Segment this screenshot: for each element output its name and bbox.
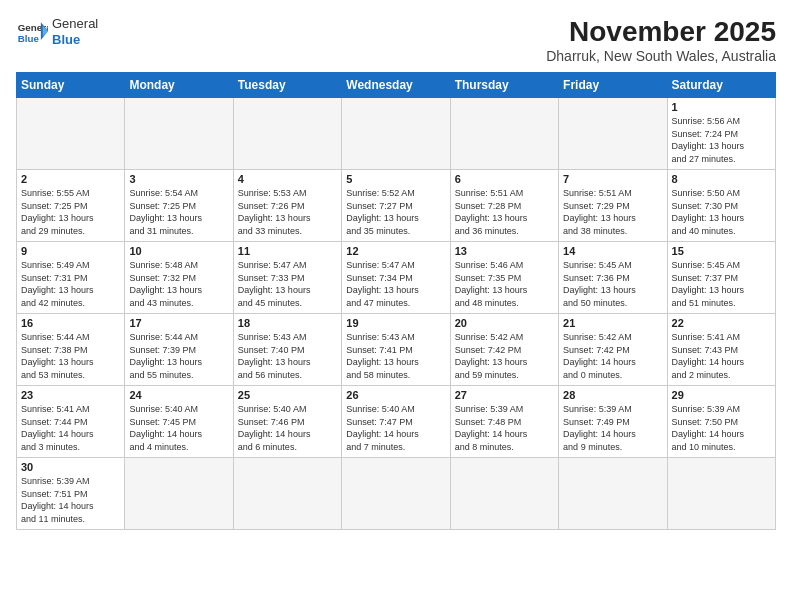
day-number: 12 xyxy=(346,245,445,257)
day-info: Sunrise: 5:51 AM Sunset: 7:28 PM Dayligh… xyxy=(455,187,554,237)
calendar-cell: 17Sunrise: 5:44 AM Sunset: 7:39 PM Dayli… xyxy=(125,314,233,386)
calendar-cell: 19Sunrise: 5:43 AM Sunset: 7:41 PM Dayli… xyxy=(342,314,450,386)
calendar-header-tuesday: Tuesday xyxy=(233,73,341,98)
day-info: Sunrise: 5:52 AM Sunset: 7:27 PM Dayligh… xyxy=(346,187,445,237)
title-section: November 2025 Dharruk, New South Wales, … xyxy=(546,16,776,64)
calendar-cell xyxy=(559,458,667,530)
calendar-cell: 4Sunrise: 5:53 AM Sunset: 7:26 PM Daylig… xyxy=(233,170,341,242)
day-number: 9 xyxy=(21,245,120,257)
calendar-header-row: SundayMondayTuesdayWednesdayThursdayFrid… xyxy=(17,73,776,98)
calendar-header-monday: Monday xyxy=(125,73,233,98)
calendar-cell: 7Sunrise: 5:51 AM Sunset: 7:29 PM Daylig… xyxy=(559,170,667,242)
day-info: Sunrise: 5:41 AM Sunset: 7:44 PM Dayligh… xyxy=(21,403,120,453)
calendar-cell: 10Sunrise: 5:48 AM Sunset: 7:32 PM Dayli… xyxy=(125,242,233,314)
calendar-cell xyxy=(667,458,775,530)
logo-general-text: General xyxy=(52,16,98,32)
day-number: 13 xyxy=(455,245,554,257)
day-info: Sunrise: 5:51 AM Sunset: 7:29 PM Dayligh… xyxy=(563,187,662,237)
day-info: Sunrise: 5:43 AM Sunset: 7:41 PM Dayligh… xyxy=(346,331,445,381)
calendar-cell xyxy=(559,98,667,170)
calendar-cell: 11Sunrise: 5:47 AM Sunset: 7:33 PM Dayli… xyxy=(233,242,341,314)
day-number: 27 xyxy=(455,389,554,401)
calendar-cell: 15Sunrise: 5:45 AM Sunset: 7:37 PM Dayli… xyxy=(667,242,775,314)
calendar-cell: 28Sunrise: 5:39 AM Sunset: 7:49 PM Dayli… xyxy=(559,386,667,458)
calendar-week-row-2: 2Sunrise: 5:55 AM Sunset: 7:25 PM Daylig… xyxy=(17,170,776,242)
calendar-header-saturday: Saturday xyxy=(667,73,775,98)
calendar-week-row-1: 1Sunrise: 5:56 AM Sunset: 7:24 PM Daylig… xyxy=(17,98,776,170)
day-info: Sunrise: 5:39 AM Sunset: 7:50 PM Dayligh… xyxy=(672,403,771,453)
day-number: 16 xyxy=(21,317,120,329)
day-info: Sunrise: 5:47 AM Sunset: 7:33 PM Dayligh… xyxy=(238,259,337,309)
day-number: 10 xyxy=(129,245,228,257)
calendar-cell: 27Sunrise: 5:39 AM Sunset: 7:48 PM Dayli… xyxy=(450,386,558,458)
day-info: Sunrise: 5:42 AM Sunset: 7:42 PM Dayligh… xyxy=(563,331,662,381)
day-number: 30 xyxy=(21,461,120,473)
day-info: Sunrise: 5:40 AM Sunset: 7:45 PM Dayligh… xyxy=(129,403,228,453)
calendar-cell: 3Sunrise: 5:54 AM Sunset: 7:25 PM Daylig… xyxy=(125,170,233,242)
day-number: 20 xyxy=(455,317,554,329)
day-info: Sunrise: 5:45 AM Sunset: 7:37 PM Dayligh… xyxy=(672,259,771,309)
day-info: Sunrise: 5:53 AM Sunset: 7:26 PM Dayligh… xyxy=(238,187,337,237)
logo-icon: General Blue xyxy=(16,18,48,46)
calendar-cell: 8Sunrise: 5:50 AM Sunset: 7:30 PM Daylig… xyxy=(667,170,775,242)
day-number: 21 xyxy=(563,317,662,329)
day-number: 6 xyxy=(455,173,554,185)
day-info: Sunrise: 5:40 AM Sunset: 7:46 PM Dayligh… xyxy=(238,403,337,453)
day-number: 18 xyxy=(238,317,337,329)
calendar-cell xyxy=(233,458,341,530)
day-number: 17 xyxy=(129,317,228,329)
calendar-cell: 20Sunrise: 5:42 AM Sunset: 7:42 PM Dayli… xyxy=(450,314,558,386)
day-number: 4 xyxy=(238,173,337,185)
calendar-table: SundayMondayTuesdayWednesdayThursdayFrid… xyxy=(16,72,776,530)
day-number: 25 xyxy=(238,389,337,401)
calendar-cell xyxy=(342,458,450,530)
calendar-header-sunday: Sunday xyxy=(17,73,125,98)
day-info: Sunrise: 5:56 AM Sunset: 7:24 PM Dayligh… xyxy=(672,115,771,165)
calendar-cell: 12Sunrise: 5:47 AM Sunset: 7:34 PM Dayli… xyxy=(342,242,450,314)
calendar-week-row-5: 23Sunrise: 5:41 AM Sunset: 7:44 PM Dayli… xyxy=(17,386,776,458)
day-number: 7 xyxy=(563,173,662,185)
day-number: 15 xyxy=(672,245,771,257)
day-number: 22 xyxy=(672,317,771,329)
day-info: Sunrise: 5:39 AM Sunset: 7:51 PM Dayligh… xyxy=(21,475,120,525)
day-info: Sunrise: 5:55 AM Sunset: 7:25 PM Dayligh… xyxy=(21,187,120,237)
month-year-title: November 2025 xyxy=(546,16,776,48)
location-subtitle: Dharruk, New South Wales, Australia xyxy=(546,48,776,64)
day-number: 11 xyxy=(238,245,337,257)
day-info: Sunrise: 5:39 AM Sunset: 7:49 PM Dayligh… xyxy=(563,403,662,453)
calendar-cell xyxy=(125,98,233,170)
day-number: 26 xyxy=(346,389,445,401)
calendar-cell: 24Sunrise: 5:40 AM Sunset: 7:45 PM Dayli… xyxy=(125,386,233,458)
calendar-cell: 25Sunrise: 5:40 AM Sunset: 7:46 PM Dayli… xyxy=(233,386,341,458)
day-info: Sunrise: 5:48 AM Sunset: 7:32 PM Dayligh… xyxy=(129,259,228,309)
calendar-cell: 9Sunrise: 5:49 AM Sunset: 7:31 PM Daylig… xyxy=(17,242,125,314)
day-number: 29 xyxy=(672,389,771,401)
calendar-week-row-3: 9Sunrise: 5:49 AM Sunset: 7:31 PM Daylig… xyxy=(17,242,776,314)
calendar-cell: 6Sunrise: 5:51 AM Sunset: 7:28 PM Daylig… xyxy=(450,170,558,242)
calendar-cell: 22Sunrise: 5:41 AM Sunset: 7:43 PM Dayli… xyxy=(667,314,775,386)
calendar-cell xyxy=(17,98,125,170)
calendar-cell: 26Sunrise: 5:40 AM Sunset: 7:47 PM Dayli… xyxy=(342,386,450,458)
day-number: 3 xyxy=(129,173,228,185)
calendar-week-row-4: 16Sunrise: 5:44 AM Sunset: 7:38 PM Dayli… xyxy=(17,314,776,386)
day-number: 23 xyxy=(21,389,120,401)
calendar-cell: 30Sunrise: 5:39 AM Sunset: 7:51 PM Dayli… xyxy=(17,458,125,530)
day-number: 14 xyxy=(563,245,662,257)
calendar-header-wednesday: Wednesday xyxy=(342,73,450,98)
day-number: 5 xyxy=(346,173,445,185)
day-info: Sunrise: 5:44 AM Sunset: 7:39 PM Dayligh… xyxy=(129,331,228,381)
calendar-cell xyxy=(342,98,450,170)
calendar-cell xyxy=(450,98,558,170)
calendar-header-friday: Friday xyxy=(559,73,667,98)
day-info: Sunrise: 5:41 AM Sunset: 7:43 PM Dayligh… xyxy=(672,331,771,381)
calendar-cell: 16Sunrise: 5:44 AM Sunset: 7:38 PM Dayli… xyxy=(17,314,125,386)
day-info: Sunrise: 5:54 AM Sunset: 7:25 PM Dayligh… xyxy=(129,187,228,237)
calendar-cell: 21Sunrise: 5:42 AM Sunset: 7:42 PM Dayli… xyxy=(559,314,667,386)
calendar-header-thursday: Thursday xyxy=(450,73,558,98)
day-info: Sunrise: 5:50 AM Sunset: 7:30 PM Dayligh… xyxy=(672,187,771,237)
day-info: Sunrise: 5:39 AM Sunset: 7:48 PM Dayligh… xyxy=(455,403,554,453)
logo: General Blue General Blue xyxy=(16,16,98,47)
calendar-cell: 14Sunrise: 5:45 AM Sunset: 7:36 PM Dayli… xyxy=(559,242,667,314)
calendar-cell xyxy=(233,98,341,170)
calendar-cell xyxy=(450,458,558,530)
